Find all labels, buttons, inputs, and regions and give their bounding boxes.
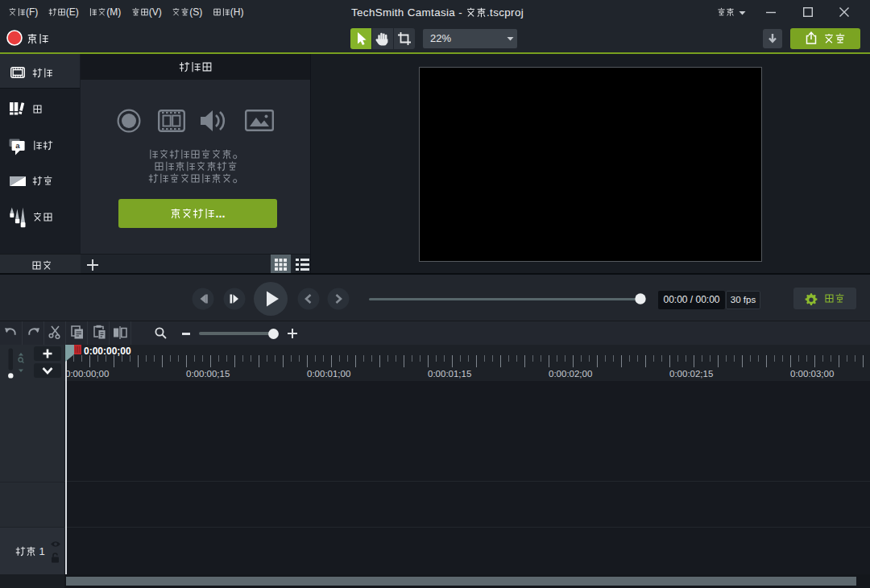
svg-text:a: a [15,141,20,150]
